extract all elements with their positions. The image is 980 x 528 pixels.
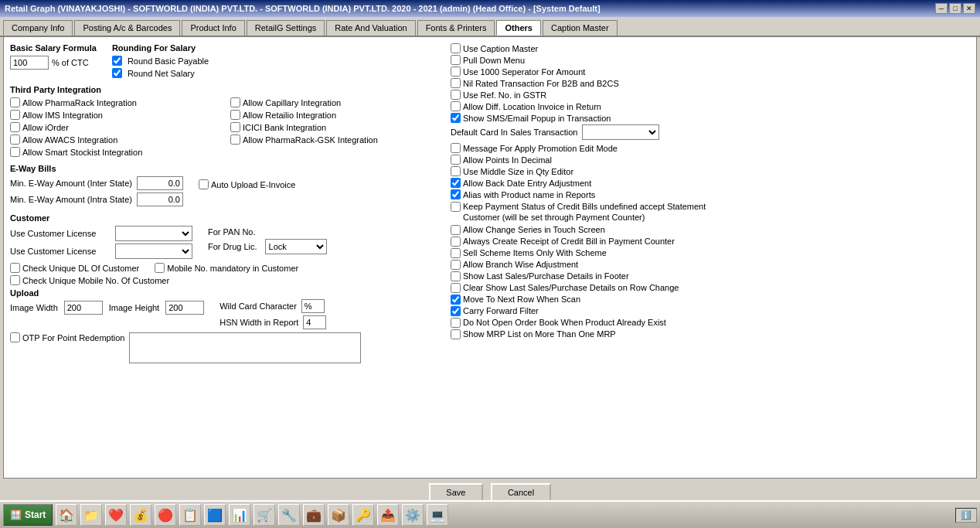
show-mrp-checkbox[interactable] <box>451 329 461 339</box>
retailio-checkbox[interactable] <box>230 110 240 120</box>
tab-posting[interactable]: Posting A/c & Barcodes <box>74 20 180 36</box>
taskbar-icon-10[interactable]: 🔧 <box>278 504 300 526</box>
pull-down-menu-checkbox[interactable] <box>451 55 461 65</box>
wildcard-section: Wild Card Character HSN Width in Report <box>219 288 326 329</box>
clear-show-last-checkbox[interactable] <box>451 283 461 293</box>
tab-rate-valuation[interactable]: Rate And Valuation <box>326 20 415 36</box>
image-height-input[interactable] <box>165 301 204 315</box>
taskbar-icon-4[interactable]: 💰 <box>130 504 151 526</box>
minimize-button[interactable]: ─ <box>935 3 948 14</box>
customer-license1-select[interactable] <box>115 226 192 241</box>
eway-inter-input[interactable] <box>137 176 183 190</box>
taskbar-icon-8[interactable]: 📊 <box>229 504 250 526</box>
customer-section: Customer Use Customer License Use Custom… <box>10 213 443 285</box>
default-card-select[interactable] <box>582 124 659 140</box>
taskbar-icon-1[interactable]: 🏠 <box>56 504 77 526</box>
tab-caption-master[interactable]: Caption Master <box>543 20 618 36</box>
alias-product-checkbox[interactable] <box>451 189 461 199</box>
sell-scheme-label: Sell Scheme Items Only With Scheme <box>463 248 607 257</box>
use-1000-sep-checkbox[interactable] <box>451 66 461 77</box>
pharmarack-gsk-checkbox[interactable] <box>230 135 240 145</box>
pharmarack-checkbox[interactable] <box>10 97 20 107</box>
carry-forward-label: Carry Forward Filter <box>463 306 539 315</box>
taskbar-icon-11[interactable]: 💼 <box>303 504 325 526</box>
basic-salary-input[interactable] <box>10 56 49 70</box>
customer-license2-select[interactable] <box>115 244 192 259</box>
nil-rated-checkbox[interactable] <box>451 78 461 88</box>
start-label: Start <box>25 509 46 520</box>
start-button[interactable]: 🪟 Start <box>3 504 53 526</box>
icici-row: ICICI Bank Integration <box>230 122 443 132</box>
allow-change-series-label: Allow Change Series in Touch Screen <box>463 225 605 234</box>
taskbar-icon-5[interactable]: 🔴 <box>155 504 176 526</box>
cancel-button[interactable]: Cancel <box>491 483 551 502</box>
taskbar-icon-15[interactable]: ⚙️ <box>402 504 424 526</box>
smart-stockist-checkbox[interactable] <box>10 147 20 157</box>
show-last-sales-checkbox[interactable] <box>451 271 461 281</box>
taskbar-icon-16[interactable]: 💻 <box>427 504 448 526</box>
mobile-mandatory-row: Mobile No. mandatory in Customer <box>155 263 298 273</box>
allow-points-checkbox[interactable] <box>451 155 461 165</box>
capillary-checkbox[interactable] <box>230 97 240 107</box>
allow-branch-label: Allow Branch Wise Adjustment <box>463 260 578 269</box>
message-promo-checkbox[interactable] <box>451 143 461 153</box>
eway-intra-input[interactable] <box>137 192 183 206</box>
close-button[interactable]: ✕ <box>963 3 975 14</box>
default-card-row: Default Card In Sales Transaction <box>451 124 970 140</box>
hsn-width-input[interactable] <box>303 315 326 329</box>
check-unique-dl-checkbox[interactable] <box>10 263 20 273</box>
move-next-row-checkbox[interactable] <box>451 295 461 305</box>
tab-others[interactable]: Others <box>496 20 540 36</box>
pull-down-menu-row: Pull Down Menu <box>451 55 970 65</box>
iorder-checkbox[interactable] <box>10 122 20 132</box>
auto-upload-row: Auto Upload E-Invoice <box>199 179 295 189</box>
mobile-mandatory-checkbox[interactable] <box>155 263 165 273</box>
tab-company-info[interactable]: Company Info <box>3 20 73 36</box>
third-party-right: Allow Capillary Integration Allow Retail… <box>230 97 443 159</box>
taskbar-icon-14[interactable]: 📤 <box>377 504 399 526</box>
left-panel: Basic Salary Formula % of CTC Rounding F… <box>10 43 443 472</box>
taskbar-icon-3[interactable]: ❤️ <box>105 504 127 526</box>
drug-lic-select[interactable]: Lock <box>265 239 327 254</box>
third-party-title: Third Party Integration <box>10 85 443 94</box>
default-card-label: Default Card In Sales Transaction <box>451 128 577 137</box>
allow-change-series-checkbox[interactable] <box>451 225 461 235</box>
pan-no-label: For PAN No. <box>208 227 256 237</box>
tab-retailg[interactable]: RetailG Settings <box>247 20 325 36</box>
taskbar-icon-13[interactable]: 🔑 <box>352 504 374 526</box>
allow-back-date-checkbox[interactable] <box>451 178 461 188</box>
customer-license2-row: Use Customer License <box>10 244 192 259</box>
rounding-box: Rounding For Salary Round Basic Payable … <box>112 43 209 80</box>
tab-product-info[interactable]: Product Info <box>182 20 244 36</box>
round-net-salary-checkbox[interactable] <box>112 68 122 78</box>
icici-checkbox[interactable] <box>230 122 240 132</box>
taskbar-icon-9[interactable]: 🛒 <box>254 504 275 526</box>
auto-upload-checkbox[interactable] <box>199 179 209 189</box>
ims-checkbox[interactable] <box>10 110 20 120</box>
keep-payment-checkbox[interactable] <box>451 202 461 212</box>
allow-branch-checkbox[interactable] <box>451 260 461 270</box>
taskbar-icon-6[interactable]: 📋 <box>179 504 201 526</box>
tab-fonts-printers[interactable]: Fonts & Printers <box>417 20 495 36</box>
use-caption-master-checkbox[interactable] <box>451 43 461 53</box>
maximize-button[interactable]: □ <box>949 3 961 14</box>
save-button[interactable]: Save <box>429 483 483 502</box>
allow-diff-location-checkbox[interactable] <box>451 101 461 111</box>
check-unique-mobile-checkbox[interactable] <box>10 275 20 285</box>
carry-forward-checkbox[interactable] <box>451 306 461 316</box>
otp-checkbox[interactable] <box>10 332 20 342</box>
round-basic-payable-checkbox[interactable] <box>112 56 122 66</box>
awacs-checkbox[interactable] <box>10 135 20 145</box>
do-not-open-checkbox[interactable] <box>451 318 461 328</box>
taskbar-icon-2[interactable]: 📁 <box>80 504 102 526</box>
image-width-input[interactable] <box>64 301 103 315</box>
show-sms-checkbox[interactable] <box>451 113 461 123</box>
always-create-receipt-checkbox[interactable] <box>451 237 461 247</box>
otp-textarea[interactable] <box>129 332 361 363</box>
use-ref-no-checkbox[interactable] <box>451 90 461 100</box>
taskbar-icon-7[interactable]: 🟦 <box>204 504 226 526</box>
sell-scheme-checkbox[interactable] <box>451 248 461 258</box>
wildcard-char-input[interactable] <box>301 299 325 313</box>
use-middle-size-checkbox[interactable] <box>451 166 461 176</box>
taskbar-icon-12[interactable]: 📦 <box>328 504 349 526</box>
